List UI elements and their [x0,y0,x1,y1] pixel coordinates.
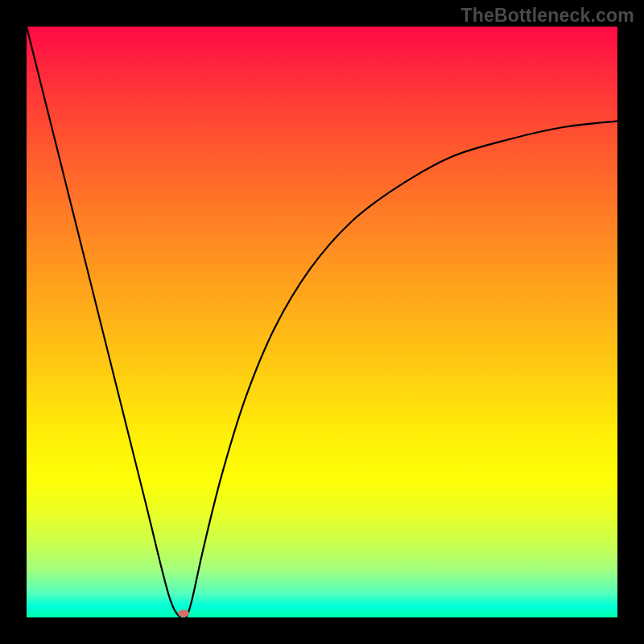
chart-frame: TheBottleneck.com [0,0,644,644]
optimum-marker [178,609,189,617]
plot-area [27,27,617,617]
watermark-text: TheBottleneck.com [460,5,634,27]
bottleneck-curve-path [27,27,617,617]
bottleneck-curve [27,27,617,617]
